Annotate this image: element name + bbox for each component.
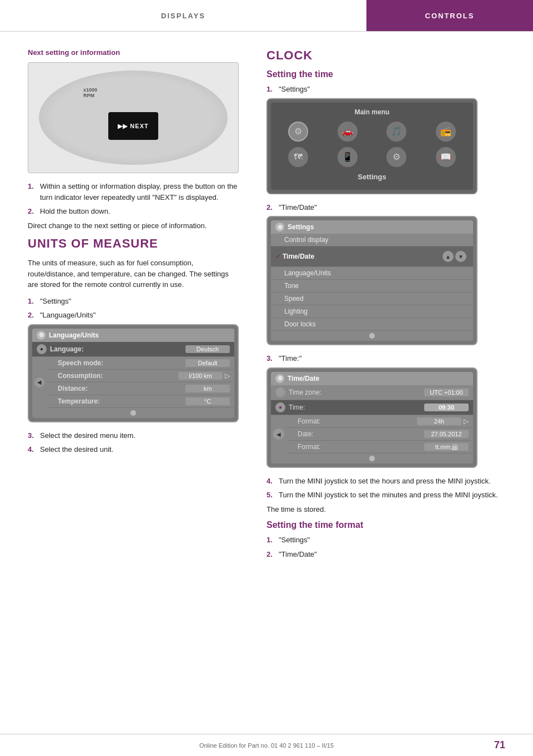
language-units-inner: ⚙ Language/Units ● Language: Deutsch ◀ S… (32, 329, 234, 418)
lang-row-distance: Distance: km (47, 382, 234, 395)
controls-label: CONTROLS (425, 12, 475, 20)
radio-on-icon: ● (275, 402, 285, 412)
step-number: 4. (28, 444, 38, 455)
dateformat-label: Format: (291, 443, 424, 451)
page-footer: Online Edition for Part no. 01 40 2 961 … (0, 734, 533, 756)
controls-tab: CONTROLS (366, 0, 533, 31)
step-text: Turn the MINI joystick to set the minute… (279, 490, 516, 501)
step-number: 1. (266, 535, 276, 546)
next-setting-steps: 1. Within a setting or information displ… (28, 181, 239, 217)
step-item: 4. Turn the MINI joystick to set the hou… (266, 476, 516, 487)
lang-value-consumption: l/100 km (178, 372, 223, 380)
main-menu-title: Main menu (276, 108, 467, 116)
units-steps-34: 3. Select the desired menu item. 4. Sele… (28, 430, 239, 455)
right-column: CLOCK Setting the time 1. "Settings" Mai… (255, 48, 533, 563)
page-number: 71 (494, 739, 505, 751)
setting-time-steps-45: 4. Turn the MINI joystick to set the hou… (266, 476, 516, 501)
language-units-screen: ⚙ Language/Units ● Language: Deutsch ◀ S… (28, 324, 239, 422)
next-setting-title: Next setting or information (28, 48, 239, 57)
step-number: 3. (28, 430, 38, 441)
footer-text: Online Edition for Part no. 01 40 2 961 … (199, 742, 334, 749)
lang-value-distance: km (185, 385, 230, 392)
gear-icon: ⚙ (37, 331, 46, 340)
timedate-row-dateformat: Format: tt.mm.jjjj (286, 441, 473, 453)
left-column: Next setting or information x1000RPM ▶▶ … (0, 48, 255, 563)
setting-time-step2: 2. "Time/Date" (266, 202, 516, 213)
setting-time-title: Setting the time (266, 69, 516, 79)
lang-row-consumption: Consumption: l/100 km ▷ (47, 370, 234, 382)
timedate-sub-rows: Format: 24h ▷ Date: 27.05.2012 Format: t… (286, 415, 473, 453)
step-item: 1. Within a setting or information displ… (28, 181, 239, 203)
radio-icon: ● (37, 344, 47, 354)
car-icon: 🚗 (338, 122, 358, 142)
step-number: 1. (28, 181, 38, 203)
step-item: 1. "Settings" (266, 535, 516, 546)
step-number: 2. (28, 206, 38, 217)
settings-icon: ⚙ (288, 122, 308, 142)
menu-icon-cell: 📱 (326, 147, 370, 167)
settings-item-speed: Speed (271, 293, 473, 305)
scroll-dot (130, 410, 136, 416)
step-text: "Settings" (279, 535, 516, 546)
timezone-label: Time zone: (289, 389, 424, 396)
map-icon: 🗺 (288, 147, 308, 167)
main-menu-icons: ⚙ 🚗 🎵 📻 🗺 📱 (276, 122, 467, 167)
page-header: DISPLAYS CONTROLS (0, 0, 533, 32)
page-content: Next setting or information x1000RPM ▶▶ … (0, 32, 533, 585)
step-text: Hold the button down. (40, 206, 239, 217)
menu-icon-cell: 🗺 (276, 147, 320, 167)
step-number: 5. (266, 490, 276, 501)
timedate-nav-container: ◀ Format: 24h ▷ Date: 27.05.2012 Format: (271, 415, 473, 453)
step-item: 1. "Settings" (266, 84, 516, 95)
settings-screen: ⚙ Settings Control display Time/Date ▲ ▼… (266, 216, 477, 345)
right-nav-icon: ▷ (225, 372, 230, 380)
rpm-label: x1000RPM (83, 87, 97, 98)
left-nav-button[interactable]: ◀ (273, 429, 284, 440)
lang-rows-container: Speech mode: Default Consumption: l/100 … (47, 357, 234, 408)
step-text: "Language/Units" (40, 310, 239, 321)
settings-item-tone: Tone (271, 280, 473, 293)
lang-value-temperature: °C (185, 397, 230, 405)
units-steps: 1. "Settings" 2. "Language/Units" (28, 296, 239, 321)
lang-label-consumption: Consumption: (51, 372, 178, 380)
lang-label-speech: Speech mode: (51, 359, 185, 367)
timedate-bottom-dot (271, 453, 473, 463)
menu-icon-cell: 📖 (424, 147, 468, 167)
lang-label-language: Language: (47, 345, 185, 353)
gauge-cluster: x1000RPM ▶▶ NEXT (39, 70, 228, 165)
step-item: 2. "Time/Date" (266, 202, 516, 213)
step-item: 2. "Time/Date" (266, 549, 516, 560)
bottom-dot (271, 331, 473, 341)
timedate-header-bar: ⚙ Time/Date (271, 372, 473, 385)
timezone-value: UTC +01:00 (424, 389, 469, 396)
settings-header-bar: ⚙ Settings (271, 220, 473, 234)
step-item: 4. Select the desired unit. (28, 444, 239, 455)
settings-item-lighting: Lighting (271, 305, 473, 318)
timedate-header-label: Time/Date (288, 375, 319, 382)
menu-icon-cell: 🎵 (375, 122, 419, 142)
phone-icon: 📱 (338, 147, 358, 167)
scroll-dot (369, 333, 375, 339)
menu-icon-cell: ⚙ (276, 122, 320, 142)
step-number: 4. (266, 476, 276, 487)
time-value: 09:30 (424, 404, 469, 411)
date-value: 27.05.2012 (424, 430, 469, 438)
step-number: 1. (28, 296, 38, 307)
next-text: ▶▶ NEXT (118, 123, 148, 130)
lang-row-language: ● Language: Deutsch (32, 342, 234, 357)
settings2-icon: ⚙ (386, 147, 406, 167)
step-number: 2. (266, 549, 276, 560)
timedate-row-format: Format: 24h ▷ (286, 415, 473, 428)
step-item: 1. "Settings" (28, 296, 239, 307)
settings-item-language: Language/Units (271, 267, 473, 280)
main-menu-screen: Main menu ⚙ 🚗 🎵 📻 🗺 (266, 98, 477, 194)
settings-gear-icon: ⚙ (275, 223, 284, 231)
timedate-inner: ⚙ Time/Date ○ Time zone: UTC +01:00 ● Ti… (271, 372, 473, 463)
setting-time-step3: 3. "Time:" (266, 353, 516, 364)
step-number: 2. (266, 202, 276, 213)
left-nav-button[interactable]: ◀ (34, 377, 44, 387)
setting-time-format-title: Setting the time format (266, 520, 516, 530)
time-label: Time: (289, 404, 424, 411)
settings-header-label: Settings (288, 223, 314, 231)
dashboard-image: x1000RPM ▶▶ NEXT (28, 62, 239, 173)
